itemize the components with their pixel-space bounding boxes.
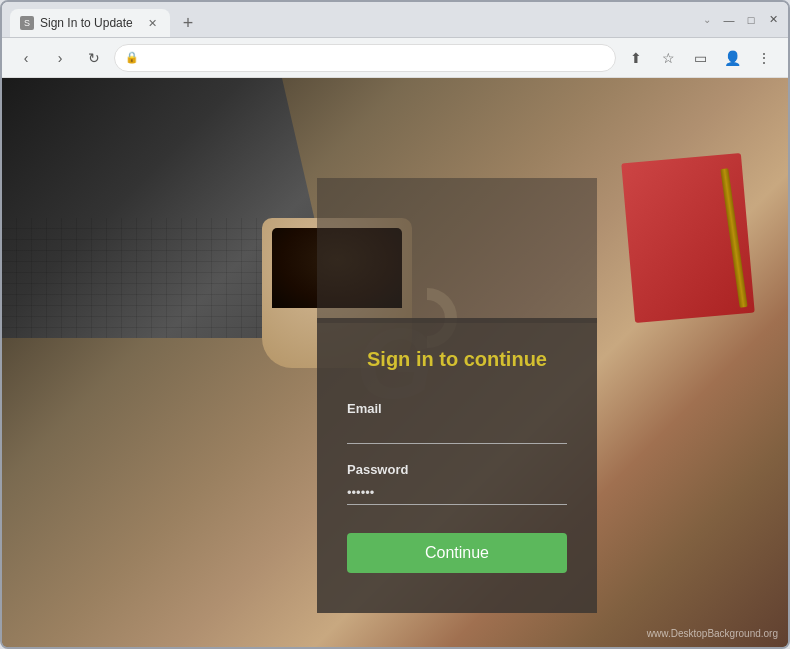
tab-area: S Sign In to Update ✕ + xyxy=(10,2,692,37)
tab-close-button[interactable]: ✕ xyxy=(144,15,160,31)
lock-icon: 🔒 xyxy=(125,51,139,64)
tab-label: Sign In to Update xyxy=(40,16,138,30)
new-tab-button[interactable]: + xyxy=(174,9,202,37)
sidebar-icon[interactable]: ▭ xyxy=(686,44,714,72)
active-tab[interactable]: S Sign In to Update ✕ xyxy=(10,9,170,37)
browser-window: S Sign In to Update ✕ + ⌄ — □ ✕ ‹ › ↻ 🔒 … xyxy=(0,0,790,649)
bookmark-icon[interactable]: ☆ xyxy=(654,44,682,72)
watermark: www.DesktopBackground.org xyxy=(647,628,778,639)
back-button[interactable]: ‹ xyxy=(12,44,40,72)
share-icon[interactable]: ⬆ xyxy=(622,44,650,72)
continue-button[interactable]: Continue xyxy=(347,533,567,573)
login-modal: Sign in to continue Email Password Conti… xyxy=(317,318,597,613)
email-label: Email xyxy=(347,401,567,416)
password-input[interactable] xyxy=(347,481,567,505)
modal-top-gray xyxy=(317,178,597,323)
email-input[interactable] xyxy=(347,420,567,444)
toolbar: ‹ › ↻ 🔒 ⬆ ☆ ▭ 👤 ⋮ xyxy=(2,38,788,78)
close-button[interactable]: ✕ xyxy=(766,13,780,27)
page-content: G www.DesktopBackground.org Sign in to c… xyxy=(2,78,788,647)
tab-favicon: S xyxy=(20,16,34,30)
address-bar[interactable]: 🔒 xyxy=(114,44,616,72)
forward-button[interactable]: › xyxy=(46,44,74,72)
account-icon[interactable]: 👤 xyxy=(718,44,746,72)
collapse-icon: ⌄ xyxy=(700,13,714,27)
refresh-button[interactable]: ↻ xyxy=(80,44,108,72)
modal-title: Sign in to continue xyxy=(347,348,567,371)
toolbar-actions: ⬆ ☆ ▭ 👤 ⋮ xyxy=(622,44,778,72)
title-bar: S Sign In to Update ✕ + ⌄ — □ ✕ xyxy=(2,2,788,38)
minimize-button[interactable]: — xyxy=(722,13,736,27)
maximize-button[interactable]: □ xyxy=(744,13,758,27)
menu-icon[interactable]: ⋮ xyxy=(750,44,778,72)
password-label: Password xyxy=(347,462,567,477)
window-controls: ⌄ — □ ✕ xyxy=(700,13,780,27)
